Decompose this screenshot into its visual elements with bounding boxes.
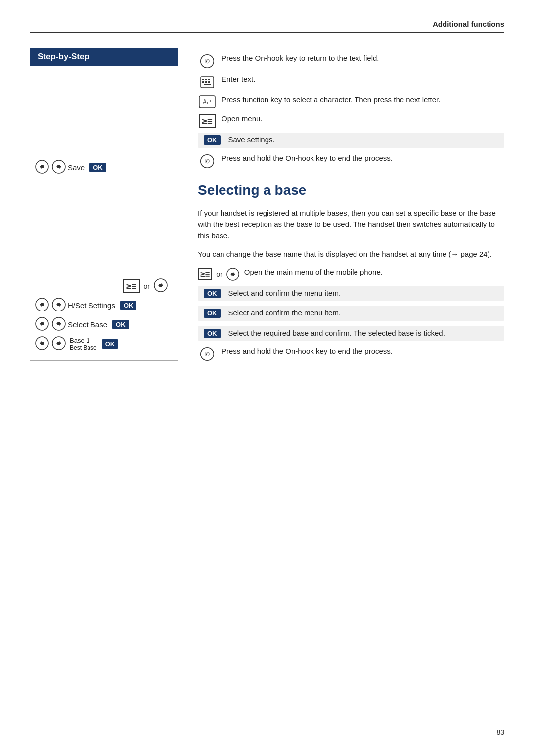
instr-text-mainmenu: Open the main menu of the mobile phone. <box>244 267 504 278</box>
ok-badge-selectbase-main: OK <box>204 309 221 318</box>
instr-text-menu: Open menu. <box>222 113 504 125</box>
base1-label: Base 1 <box>70 337 97 344</box>
svg-rect-39 <box>202 79 204 80</box>
ok-badge-save: OK <box>89 163 106 172</box>
or-text-2: or <box>216 270 222 278</box>
svg-rect-15 <box>41 303 44 306</box>
ok-badge-sb: OK <box>112 320 129 329</box>
main-content: ✆ Press the On-hook key to return to the… <box>188 48 504 366</box>
ok-badge-b1: OK <box>102 339 119 349</box>
instr-row-save: OK Save settings. <box>198 133 504 148</box>
nav-icon-main-2 <box>226 268 239 281</box>
instr-row-base1: OK Select the required base and confirm.… <box>198 326 504 341</box>
instr-text-hash: Press function key to select a character… <box>222 94 504 106</box>
instr-text-onhook3: Press and hold the On-hook key to end th… <box>222 346 504 357</box>
nav-icon-sb-2 <box>52 317 66 332</box>
instr-text-base1: Select the required base and confirm. Th… <box>228 328 502 339</box>
sidebar-base1-row: Base 1 Best Base OK <box>35 336 173 352</box>
svg-rect-35 <box>57 342 60 345</box>
nav-icon-main-menu <box>154 278 168 294</box>
instr-row-hset: OK Select and confirm the menu item. <box>198 286 504 301</box>
base1-ok-icon: OK <box>201 328 223 338</box>
svg-text:✆: ✆ <box>205 351 210 357</box>
svg-rect-7 <box>57 165 60 168</box>
onhook-icon-1: ✆ <box>198 53 217 69</box>
nav-icon-b1-1 <box>35 336 49 352</box>
svg-text:✆: ✆ <box>205 58 210 65</box>
instr-row-hash: #⇄ Press function key to select a charac… <box>198 94 504 108</box>
hset-ok-icon: OK <box>201 288 223 298</box>
svg-rect-41 <box>208 79 210 80</box>
ok-badge-hset-main: OK <box>204 289 221 298</box>
svg-rect-44 <box>208 81 210 83</box>
instr-row-mainmenu: ≥≡ or Open the main menu of the mobile p… <box>198 267 504 281</box>
instr-row-onhook2: ✆ Press and hold the On-hook key to end … <box>198 153 504 169</box>
instr-text-save: Save settings. <box>228 134 502 146</box>
onhook-icon-3: ✆ <box>198 346 217 361</box>
svg-rect-43 <box>205 81 207 83</box>
svg-rect-45 <box>204 84 211 85</box>
svg-text:#⇄: #⇄ <box>203 98 212 105</box>
keyboard-icon <box>198 74 217 89</box>
best-base-label: Best Base <box>70 344 97 351</box>
instr-text-selectbase: Select and confirm the menu item. <box>228 308 502 319</box>
svg-text:✆: ✆ <box>205 158 210 165</box>
instr-text-hset: Select and confirm the menu item. <box>228 288 502 299</box>
nav-icon-sb-1 <box>35 317 49 332</box>
sidebar-save-row: Save OK <box>35 160 173 175</box>
select-base-label: Select Base <box>68 320 107 329</box>
ok-badge-hset: OK <box>120 301 137 310</box>
save-label: Save <box>68 163 85 172</box>
nav-icon-right <box>52 160 66 175</box>
instr-text-onhook2: Press and hold the On-hook key to end th… <box>222 153 504 164</box>
base1-label-block: Base 1 Best Base <box>70 337 97 351</box>
sidebar: Step-by-Step <box>30 48 188 366</box>
section-para2: You can change the base name that is dis… <box>198 248 504 260</box>
page-header: Additional functions <box>30 20 504 33</box>
svg-rect-19 <box>57 303 60 306</box>
section-para1: If your handset is registered at multipl… <box>198 207 504 242</box>
step-by-step-header: Step-by-Step <box>30 48 178 66</box>
content-area: Step-by-Step <box>30 48 504 366</box>
nav-icon-hset-1 <box>35 298 49 313</box>
page-number: 83 <box>496 728 504 736</box>
svg-rect-40 <box>205 79 207 80</box>
section-title: Selecting a base <box>198 182 504 198</box>
sidebar-box: Save OK ≥≡ or <box>30 66 178 361</box>
hset-settings-label: H/Set Settings <box>68 301 115 310</box>
svg-rect-3 <box>41 165 44 168</box>
svg-rect-53 <box>231 273 234 276</box>
header-title: Additional functions <box>433 20 504 28</box>
sidebar-hset-row: H/Set Settings OK <box>35 298 173 313</box>
instr-row-onhook1: ✆ Press the On-hook key to return to the… <box>198 53 504 69</box>
nav-icon-left <box>35 160 49 175</box>
instr-row-onhook3: ✆ Press and hold the On-hook key to end … <box>198 346 504 361</box>
svg-rect-27 <box>57 322 60 325</box>
instr-text-keyboard: Enter text. <box>222 74 504 85</box>
sidebar-menu-or-nav-row: ≥≡ or <box>35 278 173 294</box>
selectbase-ok-icon: OK <box>201 308 223 318</box>
svg-rect-42 <box>202 81 204 83</box>
hash-key-icon: #⇄ <box>198 94 217 108</box>
ok-badge-base1-main: OK <box>204 329 221 338</box>
save-ok-icon: OK <box>201 134 223 145</box>
instr-row-selectbase: OK Select and confirm the menu item. <box>198 306 504 321</box>
nav-icon-hset-2 <box>52 298 66 313</box>
menu-icon-sidebar: ≥≡ <box>123 279 140 293</box>
arrow-right-symbol: → <box>451 250 458 258</box>
sidebar-selectbase-row: Select Base OK <box>35 317 173 332</box>
menu-sym-2: ≥≡ <box>198 268 212 280</box>
menu-or-nav-icon: ≥≡ or <box>198 267 239 281</box>
instr-text-onhook1: Press the On-hook key to return to the t… <box>222 53 504 64</box>
onhook-icon-2: ✆ <box>198 153 217 169</box>
ok-badge-save-main: OK <box>204 135 221 145</box>
menu-icon-main: ≥≡ <box>198 113 217 128</box>
page: Additional functions Step-by-Step <box>0 0 534 756</box>
svg-rect-23 <box>41 322 44 325</box>
svg-rect-31 <box>41 342 44 345</box>
svg-rect-11 <box>159 284 162 287</box>
menu-symbol: ≥≡ <box>199 114 216 128</box>
instr-row-menu: ≥≡ Open menu. <box>198 113 504 128</box>
instr-row-keyboard: Enter text. <box>198 74 504 89</box>
nav-icon-b1-2 <box>52 336 66 352</box>
